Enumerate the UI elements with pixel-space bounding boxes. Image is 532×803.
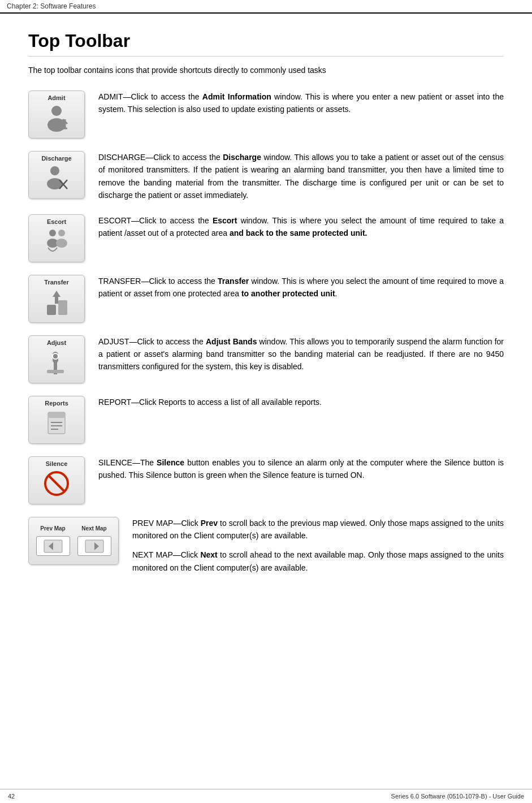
next-map-label: Next Map [81, 525, 106, 532]
footer-product: Series 6.0 Software (0510-1079-B) - User… [391, 793, 524, 800]
page-content: Top Toolbar The top toolbar contains ico… [0, 14, 532, 616]
discharge-description: DISCHARGE—Click to access the Discharge … [98, 151, 504, 202]
prev-map-label: Prev Map [40, 525, 65, 532]
svg-point-5 [50, 166, 59, 175]
page-wrapper: Chapter 2: Software Features Top Toolbar… [0, 0, 532, 803]
toolbar-item-transfer: Transfer TRANSFER—Click to access the Tr… [28, 275, 504, 323]
escort-description: ESCORT—Click to access the Escort window… [98, 214, 504, 240]
discharge-icon-box: Discharge [28, 151, 85, 199]
footer-page-number: 42 [8, 793, 15, 800]
prev-map-icon [36, 536, 70, 556]
toolbar-item-silence: Silence SILENCE—The Silence button enabl… [28, 456, 504, 504]
chapter-title: Chapter 2: Software Features [7, 2, 96, 10]
toolbar-item-reports: Reports REPORT—Click Reports to access a… [28, 396, 504, 444]
silence-description: SILENCE—The Silence button enables you t… [98, 456, 504, 482]
discharge-icon-label: Discharge [41, 155, 71, 162]
toolbar-item-discharge: Discharge DISCHARGE—Click to access the … [28, 151, 504, 202]
admit-icon-label: Admit [47, 94, 65, 101]
svg-point-9 [49, 230, 56, 236]
maps-icon-box: Prev Map Next Map [28, 517, 119, 565]
silence-icon-box: Silence [28, 456, 85, 504]
svg-point-0 [51, 106, 62, 116]
svg-rect-14 [58, 300, 67, 315]
adjust-icon-label: Adjust [47, 339, 66, 346]
escort-icon-label: Escort [47, 218, 66, 225]
next-map-description: NEXT MAP—Click Next to scroll ahead to t… [132, 549, 504, 574]
svg-line-26 [49, 476, 64, 491]
maps-description: PREV MAP—Click Prev to scroll back to th… [132, 517, 504, 581]
svg-rect-13 [47, 305, 56, 315]
svg-rect-19 [47, 370, 64, 373]
transfer-icon-label: Transfer [44, 279, 68, 286]
admit-description: ADMIT—Click to access the Admit Informat… [98, 90, 504, 116]
page-title: Top Toolbar [28, 31, 504, 57]
svg-point-12 [56, 239, 67, 248]
silence-icon-label: Silence [46, 460, 68, 467]
prev-map-description: PREV MAP—Click Prev to scroll back to th… [132, 517, 504, 542]
chapter-header: Chapter 2: Software Features [0, 0, 532, 14]
transfer-icon [42, 288, 71, 319]
toolbar-items-list: Admit ADMIT—Click to access the Admit In… [28, 90, 504, 593]
toolbar-item-adjust: Adjust ADJUST—Click to access the Adjust… [28, 335, 504, 383]
next-map-icon [77, 536, 111, 556]
silence-icon [42, 469, 71, 500]
prev-map-cell: Prev Map [36, 525, 70, 556]
toolbar-item-admit: Admit ADMIT—Click to access the Admit In… [28, 90, 504, 139]
reports-icon-label: Reports [45, 400, 68, 407]
reports-icon [42, 409, 71, 440]
footer: 42 Series 6.0 Software (0510-1079-B) - U… [0, 789, 532, 803]
adjust-description: ADJUST—Click to access the Adjust Bands … [98, 335, 504, 373]
toolbar-item-maps: Prev Map Next Map [28, 517, 504, 581]
reports-description: REPORT—Click Reports to access a list of… [98, 396, 504, 408]
transfer-description: TRANSFER—Click to access the Transfer wi… [98, 275, 504, 300]
transfer-icon-box: Transfer [28, 275, 85, 323]
svg-point-11 [58, 230, 65, 236]
admit-icon-box: Admit [28, 90, 85, 139]
discharge-icon [42, 164, 71, 195]
reports-icon-box: Reports [28, 396, 85, 444]
escort-icon [42, 227, 71, 258]
svg-rect-21 [48, 412, 65, 418]
escort-icon-box: Escort [28, 214, 85, 262]
admit-icon [42, 103, 71, 135]
next-map-cell: Next Map [77, 525, 111, 556]
adjust-icon [42, 348, 71, 379]
adjust-icon-box: Adjust [28, 335, 85, 383]
intro-text: The top toolbar contains icons that prov… [28, 66, 504, 75]
toolbar-item-escort: Escort ESCORT—Click to access the Escort… [28, 214, 504, 262]
